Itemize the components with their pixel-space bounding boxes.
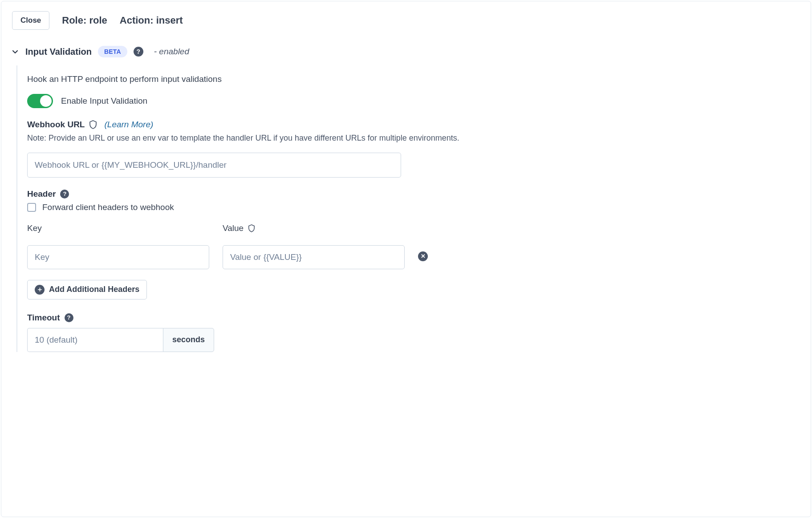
enable-toggle[interactable] [27, 94, 53, 108]
header-value-input[interactable] [223, 245, 405, 269]
webhook-note: Note: Provide an URL or use an env var t… [27, 132, 499, 145]
section-content: Hook an HTTP endpoint to perform input v… [16, 65, 811, 352]
section-description: Hook an HTTP endpoint to perform input v… [27, 65, 800, 94]
add-headers-button[interactable]: ＋ Add Additional Headers [27, 280, 147, 299]
timeout-input[interactable] [27, 328, 163, 352]
beta-badge: BETA [98, 46, 127, 57]
toggle-label: Enable Input Validation [61, 96, 147, 106]
timeout-label: Timeout [27, 313, 60, 323]
action-title: Action: insert [120, 15, 183, 26]
forward-headers-checkbox[interactable] [27, 203, 36, 212]
key-column-label: Key [27, 223, 209, 234]
webhook-url-label: Webhook URL [27, 120, 85, 130]
help-icon[interactable]: ? [134, 47, 143, 57]
header-key-input[interactable] [27, 245, 209, 269]
forward-headers-label: Forward client headers to webhook [42, 202, 174, 212]
learn-more-link[interactable]: (Learn More) [104, 120, 153, 130]
chevron-down-icon[interactable] [11, 48, 19, 56]
plus-icon: ＋ [35, 285, 45, 295]
toggle-row: Enable Input Validation [27, 94, 800, 120]
help-icon[interactable]: ? [60, 190, 69, 198]
section-header: Input Validation BETA ? - enabled [1, 38, 811, 60]
enabled-status: - enabled [154, 47, 189, 57]
section-title: Input Validation [25, 47, 92, 57]
help-icon[interactable]: ? [65, 313, 73, 322]
kv-row: Key Value ✕ [27, 223, 428, 269]
close-button[interactable]: Close [12, 11, 49, 30]
toggle-knob [40, 95, 52, 107]
webhook-group: Webhook URL (Learn More) Note: Provide a… [27, 120, 800, 178]
webhook-url-input[interactable] [27, 153, 401, 178]
value-column-label: Value [223, 223, 244, 233]
shield-icon [89, 120, 97, 129]
role-title: Role: role [62, 15, 107, 26]
timeout-unit: seconds [163, 328, 214, 352]
add-headers-label: Add Additional Headers [49, 285, 139, 294]
panel: Close Role: role Action: insert Input Va… [1, 1, 811, 517]
top-bar: Close Role: role Action: insert [1, 1, 811, 38]
header-group: Header ? Forward client headers to webho… [27, 189, 800, 299]
shield-icon [248, 224, 255, 232]
timeout-group: Timeout ? seconds [27, 313, 800, 352]
header-label: Header [27, 189, 56, 199]
remove-header-icon[interactable]: ✕ [418, 251, 428, 261]
